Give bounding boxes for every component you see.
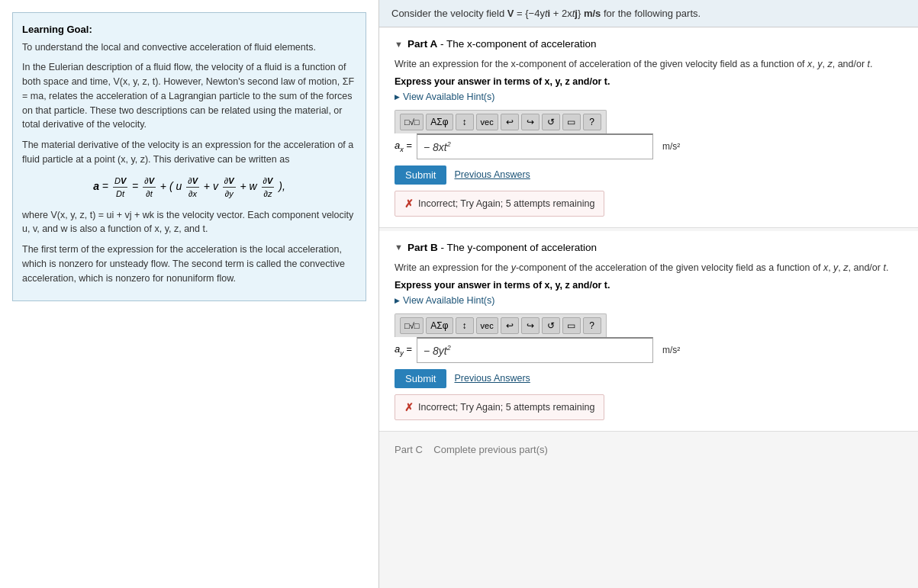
sqrt-icon: □√□ [404,117,419,127]
toolbar-sigma-btn[interactable]: AΣφ [426,114,453,130]
part-c-part-label: Part C [395,444,423,455]
part-a-answer-value: − 8xt2 [424,140,451,153]
undo-b-icon: ↩ [506,320,514,331]
updown-icon: ↕ [462,117,467,127]
part-a-express: Express your answer in terms of x, y, z … [395,76,903,87]
toolbar-b-sigma-btn[interactable]: AΣφ [426,317,453,334]
part-a-instruction: Write an expression for the x-component … [395,57,903,72]
toolbar-undo-btn[interactable]: ↩ [501,114,519,130]
left-para2: The material derivative of the velocity … [22,138,356,167]
part-a-buttons-row: Submit Previous Answers [395,165,903,185]
part-a-answer-row: ax = − 8xt2 m/s² [395,133,903,159]
undo-icon: ↩ [506,117,514,127]
redo-b-icon: ↪ [527,320,534,331]
keyboard-icon: ▭ [567,117,575,127]
toolbar-b-updown-btn[interactable]: ↕ [456,317,474,334]
acceleration-formula: a = DV Dt = ∂V ∂t + ( u ∂V ∂x + v [22,175,356,201]
part-a-incorrect-icon: ✗ [404,198,414,210]
part-b-label: Part B - The y-component of acceleration [407,242,597,253]
learning-goal-box: Learning Goal: To understand the local a… [12,12,366,301]
part-c-section: Part C Complete previous part(s) [379,435,918,464]
part-b-prev-answers-link[interactable]: Previous Answers [454,373,530,384]
part-b-answer-input[interactable]: − 8yt2 [417,337,653,363]
toolbar-b-redo-btn[interactable]: ↪ [521,317,540,334]
part-b-math-toolbar: □√□ AΣφ ↕ vec ↩ ↪ ↺ ▭ ? [395,313,607,337]
part-a-submit-button[interactable]: Submit [395,165,446,185]
left-panel: Learning Goal: To understand the local a… [0,0,379,588]
part-a-description: The x-component of acceleration [446,38,597,50]
part-b-unit: m/s² [662,345,680,355]
part-a-header: ▼ Part A - The x-component of accelerati… [395,38,903,50]
help-icon: ? [589,117,594,127]
part-a-answer-label: ax = [395,140,412,153]
part-a-hint-link[interactable]: View Available Hint(s) [395,92,903,102]
toolbar-vec-btn[interactable]: vec [476,114,498,130]
part-b-answer-value: − 8yt2 [424,344,451,357]
part-a-section: ▼ Part A - The x-component of accelerati… [379,27,918,228]
toolbar-b-kbd-btn[interactable]: ▭ [562,317,581,334]
part-c-label: Part C Complete previous part(s) [395,444,548,455]
part-b-feedback: ✗ Incorrect; Try Again; 5 attempts remai… [395,394,604,420]
help-b-icon: ? [589,320,594,331]
toolbar-updown-btn[interactable]: ↕ [456,114,474,130]
part-a-label: Part A - The x-component of acceleration [407,38,597,50]
part-b-incorrect-icon: ✗ [404,401,414,413]
part-b-section: ▼ Part B - The y-component of accelerati… [379,231,918,432]
keyboard-b-icon: ▭ [567,320,575,331]
part-b-feedback-text: Incorrect; Try Again; 5 attempts remaini… [418,402,594,413]
updown-b-icon: ↕ [462,320,467,331]
part-b-submit-button[interactable]: Submit [395,369,446,388]
part-a-dash: - [440,38,446,50]
part-b-instruction: Write an expression for the y-component … [395,261,903,275]
right-panel: Consider the velocity field V = {−4yti +… [379,0,918,588]
part-b-express: Express your answer in terms of x, y, z … [395,280,903,291]
sigma-b-icon: AΣφ [430,320,448,331]
learning-goal-subtitle: To understand the local and convective a… [22,40,356,55]
part-a-prev-answers-link[interactable]: Previous Answers [454,169,530,180]
part-b-buttons-row: Submit Previous Answers [395,369,903,388]
toolbar-sqrt-btn[interactable]: □√□ [400,114,424,130]
toolbar-b-undo-btn[interactable]: ↩ [501,317,519,334]
vec-b-icon: vec [481,321,494,330]
toolbar-b-refresh-btn[interactable]: ↺ [542,317,560,334]
part-a-unit: m/s² [662,141,680,152]
problem-header: Consider the velocity field V = {−4yti +… [379,0,918,27]
toolbar-b-vec-btn[interactable]: vec [476,317,498,334]
toolbar-b-help-btn[interactable]: ? [583,317,601,334]
part-b-hint-link[interactable]: View Available Hint(s) [395,295,903,306]
left-para1: In the Eulerian description of a fluid f… [22,60,356,132]
problem-header-text: Consider the velocity field V = {−4yti +… [391,8,701,19]
part-b-answer-label: ay = [395,343,412,357]
refresh-icon: ↺ [547,117,555,127]
learning-goal-title: Learning Goal: [22,22,356,37]
toolbar-b-sqrt-btn[interactable]: □√□ [400,317,424,334]
part-b-collapse-arrow[interactable]: ▼ [395,243,403,252]
part-a-math-toolbar: □√□ AΣφ ↕ vec ↩ ↪ ↺ ▭ ? [395,110,607,133]
part-b-answer-row: ay = − 8yt2 m/s² [395,337,903,363]
part-a-feedback-text: Incorrect; Try Again; 5 attempts remaini… [418,198,594,209]
toolbar-help-btn[interactable]: ? [583,114,601,130]
part-b-header: ▼ Part B - The y-component of accelerati… [395,242,903,253]
redo-icon: ↪ [527,117,534,127]
part-a-collapse-arrow[interactable]: ▼ [395,40,403,49]
part-a-answer-input[interactable]: − 8xt2 [417,133,653,159]
toolbar-refresh-btn[interactable]: ↺ [542,114,560,130]
sqrt-b-icon: □√□ [404,321,419,330]
left-para4: The first term of the expression for the… [22,243,356,285]
part-b-description: The y-component of acceleration [446,242,597,253]
part-c-description: Complete previous part(s) [433,444,548,455]
toolbar-redo-btn[interactable]: ↪ [521,114,540,130]
sigma-icon: AΣφ [430,117,448,127]
left-para3: where V(x, y, z, t) = ui + vj + wk is th… [22,208,356,237]
part-a-feedback: ✗ Incorrect; Try Again; 5 attempts remai… [395,191,604,217]
vec-icon: vec [481,117,494,127]
toolbar-kbd-btn[interactable]: ▭ [562,114,581,130]
refresh-b-icon: ↺ [547,320,555,331]
